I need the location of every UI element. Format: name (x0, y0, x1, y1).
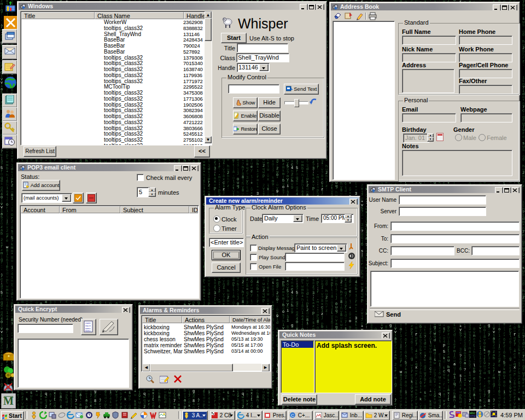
svg-text:0923: 0923 (85, 325, 91, 327)
svg-text:5834: 5834 (85, 330, 91, 332)
svg-text:HTM: HTM (470, 415, 476, 418)
svg-text:C: C (291, 413, 294, 418)
svg-text:8965: 8965 (85, 322, 91, 324)
